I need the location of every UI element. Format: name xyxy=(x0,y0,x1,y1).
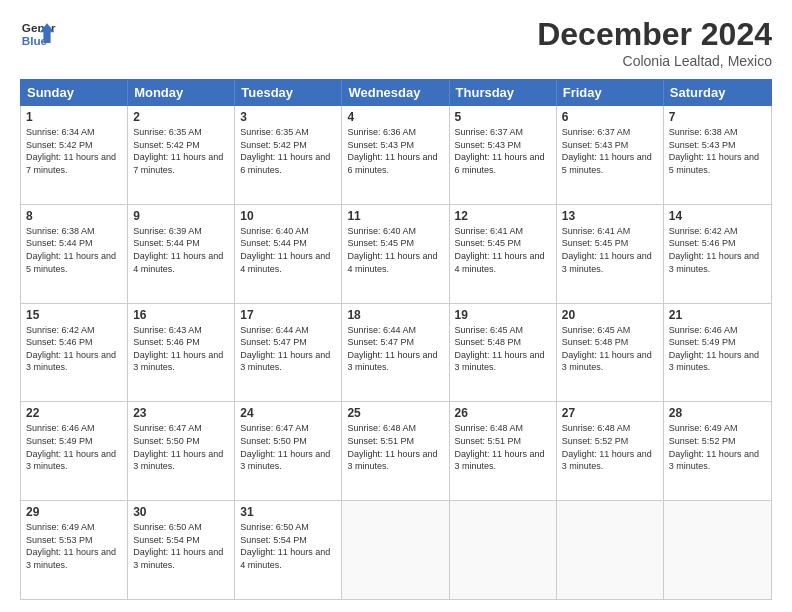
empty-cell xyxy=(450,501,557,599)
cell-info: Sunrise: 6:49 AMSunset: 5:52 PMDaylight:… xyxy=(669,422,766,472)
cell-info: Sunrise: 6:38 AMSunset: 5:43 PMDaylight:… xyxy=(669,126,766,176)
day-number: 11 xyxy=(347,209,443,223)
location: Colonia Lealtad, Mexico xyxy=(537,53,772,69)
empty-cell xyxy=(664,501,771,599)
day-of-week-tuesday: Tuesday xyxy=(235,80,342,105)
day-cell-21: 21Sunrise: 6:46 AMSunset: 5:49 PMDayligh… xyxy=(664,304,771,402)
day-cell-30: 30Sunrise: 6:50 AMSunset: 5:54 PMDayligh… xyxy=(128,501,235,599)
calendar-header: SundayMondayTuesdayWednesdayThursdayFrid… xyxy=(20,79,772,106)
day-of-week-wednesday: Wednesday xyxy=(342,80,449,105)
day-number: 10 xyxy=(240,209,336,223)
day-number: 15 xyxy=(26,308,122,322)
cell-info: Sunrise: 6:42 AMSunset: 5:46 PMDaylight:… xyxy=(669,225,766,275)
empty-cell xyxy=(342,501,449,599)
cell-info: Sunrise: 6:48 AMSunset: 5:51 PMDaylight:… xyxy=(455,422,551,472)
cell-info: Sunrise: 6:44 AMSunset: 5:47 PMDaylight:… xyxy=(347,324,443,374)
day-number: 25 xyxy=(347,406,443,420)
day-number: 31 xyxy=(240,505,336,519)
cell-info: Sunrise: 6:40 AMSunset: 5:45 PMDaylight:… xyxy=(347,225,443,275)
empty-cell xyxy=(557,501,664,599)
day-cell-18: 18Sunrise: 6:44 AMSunset: 5:47 PMDayligh… xyxy=(342,304,449,402)
day-number: 28 xyxy=(669,406,766,420)
day-number: 17 xyxy=(240,308,336,322)
day-of-week-saturday: Saturday xyxy=(664,80,771,105)
cell-info: Sunrise: 6:44 AMSunset: 5:47 PMDaylight:… xyxy=(240,324,336,374)
day-number: 8 xyxy=(26,209,122,223)
logo: General Blue xyxy=(20,16,56,52)
day-cell-2: 2Sunrise: 6:35 AMSunset: 5:42 PMDaylight… xyxy=(128,106,235,204)
day-of-week-thursday: Thursday xyxy=(450,80,557,105)
day-cell-19: 19Sunrise: 6:45 AMSunset: 5:48 PMDayligh… xyxy=(450,304,557,402)
header: General Blue December 2024 Colonia Lealt… xyxy=(20,16,772,69)
day-cell-3: 3Sunrise: 6:35 AMSunset: 5:42 PMDaylight… xyxy=(235,106,342,204)
day-number: 7 xyxy=(669,110,766,124)
cell-info: Sunrise: 6:41 AMSunset: 5:45 PMDaylight:… xyxy=(562,225,658,275)
day-cell-12: 12Sunrise: 6:41 AMSunset: 5:45 PMDayligh… xyxy=(450,205,557,303)
day-cell-4: 4Sunrise: 6:36 AMSunset: 5:43 PMDaylight… xyxy=(342,106,449,204)
day-number: 23 xyxy=(133,406,229,420)
cell-info: Sunrise: 6:47 AMSunset: 5:50 PMDaylight:… xyxy=(240,422,336,472)
page: General Blue December 2024 Colonia Lealt… xyxy=(0,0,792,612)
day-number: 22 xyxy=(26,406,122,420)
day-cell-28: 28Sunrise: 6:49 AMSunset: 5:52 PMDayligh… xyxy=(664,402,771,500)
title-block: December 2024 Colonia Lealtad, Mexico xyxy=(537,16,772,69)
day-cell-14: 14Sunrise: 6:42 AMSunset: 5:46 PMDayligh… xyxy=(664,205,771,303)
day-number: 27 xyxy=(562,406,658,420)
day-cell-13: 13Sunrise: 6:41 AMSunset: 5:45 PMDayligh… xyxy=(557,205,664,303)
cell-info: Sunrise: 6:40 AMSunset: 5:44 PMDaylight:… xyxy=(240,225,336,275)
day-cell-22: 22Sunrise: 6:46 AMSunset: 5:49 PMDayligh… xyxy=(21,402,128,500)
day-cell-24: 24Sunrise: 6:47 AMSunset: 5:50 PMDayligh… xyxy=(235,402,342,500)
day-number: 13 xyxy=(562,209,658,223)
month-title: December 2024 xyxy=(537,16,772,53)
day-of-week-sunday: Sunday xyxy=(21,80,128,105)
day-number: 6 xyxy=(562,110,658,124)
week-row-4: 22Sunrise: 6:46 AMSunset: 5:49 PMDayligh… xyxy=(21,402,771,501)
cell-info: Sunrise: 6:47 AMSunset: 5:50 PMDaylight:… xyxy=(133,422,229,472)
calendar-body: 1Sunrise: 6:34 AMSunset: 5:42 PMDaylight… xyxy=(20,106,772,600)
cell-info: Sunrise: 6:43 AMSunset: 5:46 PMDaylight:… xyxy=(133,324,229,374)
day-number: 16 xyxy=(133,308,229,322)
day-cell-6: 6Sunrise: 6:37 AMSunset: 5:43 PMDaylight… xyxy=(557,106,664,204)
calendar: SundayMondayTuesdayWednesdayThursdayFrid… xyxy=(20,79,772,600)
day-cell-17: 17Sunrise: 6:44 AMSunset: 5:47 PMDayligh… xyxy=(235,304,342,402)
week-row-2: 8Sunrise: 6:38 AMSunset: 5:44 PMDaylight… xyxy=(21,205,771,304)
cell-info: Sunrise: 6:37 AMSunset: 5:43 PMDaylight:… xyxy=(455,126,551,176)
cell-info: Sunrise: 6:50 AMSunset: 5:54 PMDaylight:… xyxy=(133,521,229,571)
cell-info: Sunrise: 6:48 AMSunset: 5:51 PMDaylight:… xyxy=(347,422,443,472)
cell-info: Sunrise: 6:49 AMSunset: 5:53 PMDaylight:… xyxy=(26,521,122,571)
cell-info: Sunrise: 6:35 AMSunset: 5:42 PMDaylight:… xyxy=(240,126,336,176)
day-cell-29: 29Sunrise: 6:49 AMSunset: 5:53 PMDayligh… xyxy=(21,501,128,599)
cell-info: Sunrise: 6:50 AMSunset: 5:54 PMDaylight:… xyxy=(240,521,336,571)
day-number: 30 xyxy=(133,505,229,519)
day-cell-9: 9Sunrise: 6:39 AMSunset: 5:44 PMDaylight… xyxy=(128,205,235,303)
day-number: 29 xyxy=(26,505,122,519)
week-row-5: 29Sunrise: 6:49 AMSunset: 5:53 PMDayligh… xyxy=(21,501,771,599)
cell-info: Sunrise: 6:41 AMSunset: 5:45 PMDaylight:… xyxy=(455,225,551,275)
day-number: 9 xyxy=(133,209,229,223)
cell-info: Sunrise: 6:46 AMSunset: 5:49 PMDaylight:… xyxy=(26,422,122,472)
cell-info: Sunrise: 6:42 AMSunset: 5:46 PMDaylight:… xyxy=(26,324,122,374)
cell-info: Sunrise: 6:37 AMSunset: 5:43 PMDaylight:… xyxy=(562,126,658,176)
cell-info: Sunrise: 6:39 AMSunset: 5:44 PMDaylight:… xyxy=(133,225,229,275)
day-of-week-monday: Monday xyxy=(128,80,235,105)
svg-text:General: General xyxy=(22,21,56,34)
week-row-1: 1Sunrise: 6:34 AMSunset: 5:42 PMDaylight… xyxy=(21,106,771,205)
day-cell-16: 16Sunrise: 6:43 AMSunset: 5:46 PMDayligh… xyxy=(128,304,235,402)
day-cell-7: 7Sunrise: 6:38 AMSunset: 5:43 PMDaylight… xyxy=(664,106,771,204)
cell-info: Sunrise: 6:35 AMSunset: 5:42 PMDaylight:… xyxy=(133,126,229,176)
cell-info: Sunrise: 6:36 AMSunset: 5:43 PMDaylight:… xyxy=(347,126,443,176)
cell-info: Sunrise: 6:45 AMSunset: 5:48 PMDaylight:… xyxy=(455,324,551,374)
cell-info: Sunrise: 6:46 AMSunset: 5:49 PMDaylight:… xyxy=(669,324,766,374)
day-cell-27: 27Sunrise: 6:48 AMSunset: 5:52 PMDayligh… xyxy=(557,402,664,500)
day-number: 4 xyxy=(347,110,443,124)
cell-info: Sunrise: 6:34 AMSunset: 5:42 PMDaylight:… xyxy=(26,126,122,176)
cell-info: Sunrise: 6:48 AMSunset: 5:52 PMDaylight:… xyxy=(562,422,658,472)
day-cell-25: 25Sunrise: 6:48 AMSunset: 5:51 PMDayligh… xyxy=(342,402,449,500)
day-number: 14 xyxy=(669,209,766,223)
day-number: 1 xyxy=(26,110,122,124)
day-cell-5: 5Sunrise: 6:37 AMSunset: 5:43 PMDaylight… xyxy=(450,106,557,204)
day-cell-10: 10Sunrise: 6:40 AMSunset: 5:44 PMDayligh… xyxy=(235,205,342,303)
day-number: 12 xyxy=(455,209,551,223)
day-cell-15: 15Sunrise: 6:42 AMSunset: 5:46 PMDayligh… xyxy=(21,304,128,402)
day-cell-26: 26Sunrise: 6:48 AMSunset: 5:51 PMDayligh… xyxy=(450,402,557,500)
